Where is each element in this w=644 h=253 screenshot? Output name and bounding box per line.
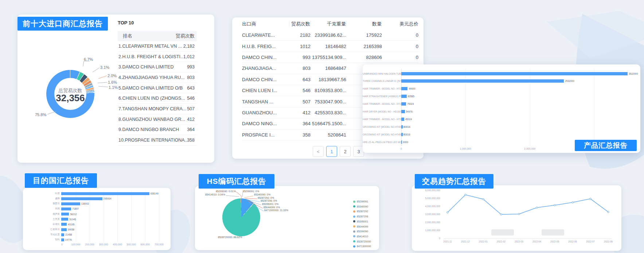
bar — [401, 110, 405, 113]
top10-company: 8.GUANGZHOU WANBAO GR... — [118, 117, 187, 122]
top10-trade-count: 412 — [187, 117, 197, 122]
hs-pie-chart[interactable] — [222, 198, 260, 236]
top10-company: 3.DAMCO CHINA LIMITED — [118, 64, 187, 70]
bar — [401, 79, 564, 83]
y-axis-tick: 3,000,000,000 — [415, 213, 440, 216]
top10-heading: TOP 10 — [118, 20, 134, 25]
top10-trade-count: 1,012 — [183, 54, 197, 59]
pagination-prev-button[interactable]: < — [313, 146, 324, 157]
legend-item-8528720000[interactable]: 8528720000 — [353, 240, 371, 243]
legend-dot — [353, 210, 355, 213]
bar-row: 菲律宾40195 — [23, 223, 171, 226]
top10-company: 1.CLEARWATER METAL VN ... — [118, 44, 183, 49]
top10-row: 5.DAMCO CHINA LIMITED O/B643 — [118, 83, 197, 94]
bar-row: HAIR STRAIGHTENER (HS6810) PIN...83585 — [363, 95, 640, 98]
pie-callout-label: 85299091: 0% — [243, 190, 259, 193]
top10-row: 9.DAMCO NINGBO BRANCH364 — [118, 125, 197, 135]
x-axis-tick: 2,000,000 — [519, 147, 541, 150]
bar-value-label: 71897 — [72, 207, 79, 210]
bar — [401, 87, 407, 90]
x-axis-tick: 1,000,000 — [454, 147, 476, 150]
legend-label: 8471300000 — [357, 245, 371, 248]
bar-category-label: HAIR STRAIGHTENER (HS6810) PIN... — [363, 95, 399, 98]
top10-trade-count: 643 — [187, 86, 197, 91]
cell-kg-weight: 16864847 — [311, 66, 346, 71]
bar-category-label: 巴基斯坦 — [23, 228, 60, 231]
bar-category-label: HAIR TRIMMER - MODEL NO - HT35... — [363, 118, 399, 120]
bar-row: HAIR TRIMMER - MODEL NO - HT35...45024 — [363, 117, 640, 121]
bar-row: 韩国71897 — [23, 207, 171, 210]
bar — [61, 233, 64, 236]
pie-callout-label: 85395001: 0% — [262, 203, 278, 205]
col-kg-weight: 千克重量 — [311, 21, 346, 27]
bar-category-label: 哥伦比亚 — [23, 233, 60, 236]
pagination-page-2[interactable]: 2 — [340, 146, 351, 157]
cell-trade-count: 993 — [289, 55, 311, 60]
legend-item-85299090[interactable]: 85299090 — [353, 230, 368, 233]
donut-center-value: 32,356 — [45, 92, 96, 104]
legend-item-8471300000[interactable]: 8471300000 — [353, 245, 371, 248]
bar-value-label: 56212 — [70, 213, 77, 216]
cell-exporter: PROSPACE I... — [242, 132, 289, 138]
top10-company: 7.TANGSHAN MONOPY CERA... — [118, 106, 187, 111]
cell-kg-weight: 13755134.909... — [311, 55, 346, 60]
bar — [61, 202, 80, 205]
legend-item-85287206[interactable]: 85287206 — [353, 215, 368, 218]
donut-callout-6: 75.8% — [35, 112, 46, 117]
bar-value-label: 19776 — [65, 238, 72, 241]
top10-row: 6.CHIEN LUEN IND (ZHONGS...546 — [118, 93, 197, 104]
legend-item-85395001[interactable]: 85395001 — [353, 220, 368, 223]
legend-dot — [353, 201, 355, 203]
col-trade-count: 贸易次数 — [289, 21, 311, 27]
bar-value-label: 20016 — [404, 133, 410, 136]
bar-value-label: 99000 — [409, 87, 415, 90]
destinations-bar-chart[interactable]: 0100,000200,000300,000400,000500,000600,… — [23, 188, 171, 250]
top10-company: 6.CHIEN LUEN IND (ZHONGS... — [118, 96, 187, 101]
trend-line-chart[interactable]: 6,000,000,0005,000,000,0004,000,000,0003… — [412, 185, 621, 251]
top10-row: 8.GUANGZHOU WANBAO GR...412 — [118, 114, 197, 125]
x-axis-tick: 2022-01 — [475, 240, 492, 243]
cell-exporter: DAMCO NING... — [242, 121, 289, 126]
legend-label: 85287206 — [357, 215, 368, 218]
bar — [61, 192, 149, 195]
cell-exporter: CLEARWATE... — [242, 32, 289, 38]
legend-item-85340090[interactable]: 85340090 — [353, 205, 368, 208]
legend-item-85044099[interactable]: 85044099 — [353, 225, 368, 228]
top10-company: 10.PROSPACE INTERNATIONA... — [118, 138, 187, 143]
y-axis-tick: 4,000,000,000 — [415, 205, 440, 207]
exporter-row: H.U.B. FREIG...10121814648221653980 — [242, 41, 418, 52]
bar-row: 墨西哥136002 — [23, 202, 171, 205]
destinations-panel-title: 目的国汇总报告 — [25, 173, 97, 188]
legend-item-85299091[interactable]: 85299091 — [353, 200, 368, 203]
cell-kg-weight: 23399186.62... — [311, 32, 346, 38]
x-axis-tick: 2022-04 — [528, 240, 546, 243]
top10-trade-count: 993 — [187, 64, 197, 70]
trend-panel-title: 交易趋势汇总报告 — [415, 174, 493, 189]
cell-trade-count: 412 — [289, 110, 311, 115]
donut-callout-4: 1.6% — [108, 80, 117, 84]
bar-category-label: 墨西哥 — [23, 202, 60, 205]
pagination-page-1[interactable]: 1 — [326, 146, 337, 157]
bar-row: 印度636149 — [23, 192, 171, 195]
bar-row: GROOMING KIT (MODEL NO.HT4500K...20016 — [363, 133, 640, 136]
bar-row: 土耳其51045 — [23, 218, 171, 221]
cell-trade-count: 507 — [289, 99, 311, 104]
cell-trade-count: 2182 — [289, 32, 311, 38]
bar-row: 俄罗斯56212 — [23, 213, 171, 216]
legend-item-85414010[interactable]: 85414010 — [353, 235, 368, 238]
top10-trade-count: 364 — [187, 127, 197, 132]
bar — [401, 141, 402, 144]
legend-item-85287292[interactable]: 85287292 — [353, 210, 368, 213]
bar — [401, 102, 406, 106]
y-axis-tick: 1,000,000,000 — [415, 229, 440, 232]
bar-category-label: GROOMING KIT (MODEL NO.HT4000K... — [363, 126, 399, 128]
exporters-table-header: 出口商 贸易次数 千克重量 数量 美元总价 — [232, 19, 418, 29]
bar-value-label: 20016 — [404, 126, 410, 128]
importers-panel-title: 前十大进口商汇总报告 — [17, 17, 108, 31]
bar-value-label: 3522000 — [629, 72, 638, 75]
cell-kg-weight: 4255303.830... — [311, 110, 346, 115]
top10-company: 5.DAMCO CHINA LIMITED O/B — [118, 86, 187, 91]
legend-dot — [353, 230, 355, 233]
destinations-panel: 0100,000200,000300,000400,000500,000600,… — [23, 188, 171, 250]
bar-value-label: 21458 — [65, 233, 72, 236]
